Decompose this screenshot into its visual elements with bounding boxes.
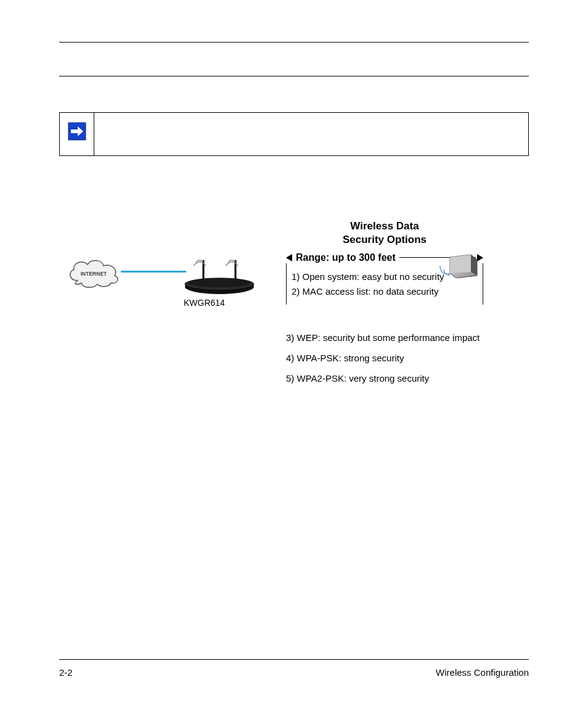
option-3: 3) WEP: security but some performance im… (286, 332, 545, 343)
connection-line (121, 271, 186, 273)
internet-label: INTERNET (81, 271, 107, 277)
svg-point-6 (447, 273, 450, 276)
option-5: 5) WPA2-PSK: very strong security (286, 373, 545, 384)
page-footer: 2-2 Wireless Configuration (59, 659, 529, 678)
header-rule-1 (59, 42, 529, 43)
footer-rule (59, 659, 529, 660)
note-box (59, 112, 529, 156)
note-text (94, 113, 528, 155)
options-title-2: Security Options (286, 234, 483, 246)
router-icon (182, 256, 256, 298)
option-4: 4) WPA-PSK: strong security (286, 353, 545, 363)
options-list-overflow: 3) WEP: security but some performance im… (286, 322, 545, 393)
router-label: KWGR614 (184, 298, 225, 308)
option-2: 2) MAC access list: no data security (292, 286, 478, 297)
arrow-left-icon (286, 254, 292, 261)
options-title-1: Wireless Data (286, 220, 483, 232)
note-icon-cell (60, 113, 94, 155)
section-title: Wireless Configuration (436, 667, 529, 678)
range-label: Range: up to 300 feet (296, 252, 396, 263)
svg-point-5 (189, 279, 250, 287)
internet-cloud-icon: INTERNET (65, 257, 122, 290)
page-number: 2-2 (59, 667, 73, 678)
header-rule-2 (59, 76, 529, 76)
wireless-waves-icon (438, 263, 451, 279)
figure-area: INTERNET KWGR614 Wireless Data Security … (59, 220, 529, 417)
note-arrow-icon (67, 121, 87, 141)
